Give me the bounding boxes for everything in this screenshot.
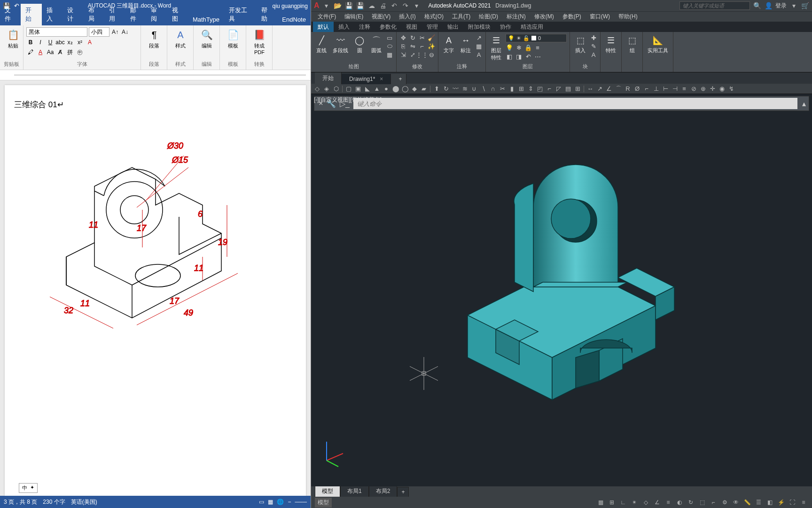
tab-layout[interactable]: 布局	[84, 4, 104, 25]
array-icon[interactable]: ⋮⋮	[418, 51, 426, 58]
font-name-select[interactable]: 黑体	[26, 27, 87, 37]
layer-select[interactable]: 💡 ☀ 🔓 0	[506, 34, 567, 42]
snap-icon[interactable]: ⊞	[607, 498, 617, 507]
saveas-icon[interactable]: 💾	[356, 1, 365, 10]
units-icon[interactable]: 📏	[742, 498, 752, 507]
web-icon[interactable]: ☁	[367, 1, 376, 10]
model-space-button[interactable]: 模型	[315, 498, 332, 508]
polysolid-icon[interactable]: ▰	[420, 85, 428, 93]
intersect-icon[interactable]: ∩	[489, 85, 497, 93]
stretch-icon[interactable]: ⇲	[399, 51, 407, 58]
dim-aligned-icon[interactable]: ↗	[595, 85, 604, 93]
dim-angular-icon[interactable]: ∠	[605, 85, 613, 93]
editing-button[interactable]: 🔍编辑	[196, 27, 217, 50]
ruler[interactable]	[0, 70, 311, 80]
model-tab[interactable]: 模型	[315, 485, 340, 497]
workspace-icon[interactable]: ⚙	[720, 498, 729, 507]
drawing-tab[interactable]: Drawing1*×	[342, 74, 391, 84]
underline-button[interactable]: U	[46, 38, 55, 47]
group-button[interactable]: ⬚组	[625, 34, 640, 55]
torus-icon[interactable]: ◯	[401, 85, 409, 93]
rtab-addins[interactable]: 附加模块	[463, 22, 495, 32]
union-icon[interactable]: ∪	[470, 85, 478, 93]
ellipse-icon[interactable]: ⬭	[386, 42, 393, 50]
cleanscreen-icon[interactable]: ⛶	[788, 498, 797, 507]
rtab-featured[interactable]: 精选应用	[516, 22, 548, 32]
undo-icon[interactable]: ↶	[390, 1, 398, 10]
grid-icon[interactable]: ▦	[596, 498, 605, 507]
annomonitor-icon[interactable]: 👁	[731, 498, 741, 507]
menu-dimension[interactable]: 标注(N)	[503, 12, 530, 22]
search-input[interactable]	[679, 1, 750, 10]
ortho-icon[interactable]: ∟	[618, 498, 628, 507]
polyline-button[interactable]: 〰多段线	[331, 34, 350, 55]
inspect-icon[interactable]: ◉	[718, 85, 726, 93]
edge-icon[interactable]: ◈	[322, 85, 331, 93]
dim-diameter-icon[interactable]: Ø	[633, 85, 641, 93]
menu-file[interactable]: 文件(F)	[314, 12, 340, 22]
cmd-expand-icon[interactable]: ▴	[802, 99, 806, 108]
properties-button[interactable]: ☰特性	[603, 34, 618, 55]
fillet3d-icon[interactable]: ⌐	[545, 85, 554, 93]
layout2-tab[interactable]: 布局2	[369, 485, 398, 497]
move-icon[interactable]: ✥	[399, 34, 407, 41]
tab-file[interactable]: 文件	[0, 4, 21, 25]
tab-insert[interactable]: 插入	[42, 4, 62, 25]
customize-icon[interactable]: ≡	[799, 498, 808, 507]
cart-icon[interactable]: 🛒	[801, 1, 809, 10]
grow-font-icon[interactable]: A↑	[111, 28, 119, 36]
scale-icon[interactable]: ⤢	[409, 51, 416, 58]
enclose-char-icon[interactable]: ㊥	[76, 48, 84, 56]
more-icon[interactable]: ▾	[789, 1, 798, 10]
dim-arc-icon[interactable]: ⌒	[614, 85, 623, 93]
text-button[interactable]: A文字	[441, 34, 456, 55]
menu-insert[interactable]: 插入(I)	[395, 12, 419, 22]
tab-references[interactable]: 引用	[104, 4, 125, 25]
menu-window[interactable]: 窗口(W)	[586, 12, 614, 22]
shrink-font-icon[interactable]: A↓	[121, 28, 129, 36]
3dosnap-icon[interactable]: ⬚	[697, 498, 707, 507]
view-label[interactable]: [-][自定义视图][带边缘着色]	[314, 96, 382, 104]
dim-baseline-icon[interactable]: ⊢	[661, 85, 670, 93]
search-icon[interactable]: 🔍	[753, 1, 761, 10]
sphere-icon[interactable]: ●	[382, 85, 390, 93]
imprint-icon[interactable]: ⊞	[517, 85, 525, 93]
rtab-parametric[interactable]: 参数化	[375, 22, 401, 32]
presspull-icon[interactable]: ⇕	[526, 85, 535, 93]
italic-button[interactable]: I	[36, 38, 45, 47]
open-icon[interactable]: 📂	[334, 1, 342, 10]
bold-button[interactable]: B	[26, 38, 35, 47]
menu-help[interactable]: 帮助(H)	[615, 12, 641, 22]
isolate-icon[interactable]: ◧	[765, 498, 774, 507]
plot-icon[interactable]: 🖨	[379, 1, 387, 10]
box3d-icon[interactable]: ▣	[354, 85, 362, 93]
erase-icon[interactable]: 🧹	[428, 34, 435, 41]
circle-button[interactable]: ◯圆	[352, 34, 367, 55]
close-tab-icon[interactable]: ×	[380, 76, 383, 82]
polar-icon[interactable]: ✴	[630, 498, 639, 507]
menu-format[interactable]: 格式(O)	[421, 12, 447, 22]
dim-ord-icon[interactable]: ⊥	[652, 85, 660, 93]
jogged-icon[interactable]: ↯	[727, 85, 735, 93]
layer-match-icon[interactable]: ≡	[534, 44, 541, 51]
rtab-collab[interactable]: 协作	[495, 22, 516, 32]
cylinder-icon[interactable]: ⬤	[391, 85, 400, 93]
layer-prev-icon[interactable]: ↶	[524, 53, 532, 60]
redo-icon[interactable]: ↷	[401, 1, 410, 10]
dim-continue-icon[interactable]: ⊣	[671, 85, 679, 93]
tab-home[interactable]: 开始	[21, 4, 41, 25]
menu-tools[interactable]: 工具(T)	[448, 12, 474, 22]
shell-icon[interactable]: ◰	[536, 85, 544, 93]
chamfer3d-icon[interactable]: ◸	[554, 85, 563, 93]
rtab-annotate[interactable]: 注释	[354, 22, 375, 32]
line-button[interactable]: ╱直线	[314, 34, 329, 55]
loft-icon[interactable]: ≋	[461, 85, 469, 93]
dimension-button[interactable]: ↔标注	[458, 34, 473, 55]
attr-icon[interactable]: A	[590, 51, 597, 58]
new-icon[interactable]: ▾	[322, 1, 331, 10]
revolve-icon[interactable]: ↻	[442, 85, 450, 93]
rtab-output[interactable]: 输出	[443, 22, 463, 32]
phonetic-icon[interactable]: 拼	[66, 48, 74, 56]
font-size-select[interactable]: 小四	[89, 27, 109, 37]
viewport[interactable]: [-][自定义视图][带边缘着色]	[311, 94, 812, 486]
